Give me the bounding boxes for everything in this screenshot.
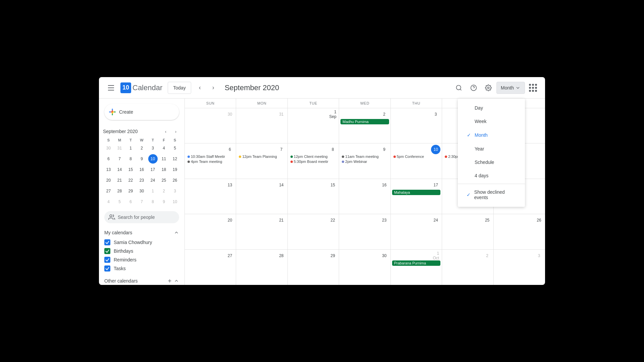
dropdown-item-4-days[interactable]: 4 days (458, 169, 525, 182)
cal-cell-1-4[interactable]: 105pm Conference (391, 143, 442, 178)
cal-cell-3-2[interactable]: 22 (288, 214, 339, 249)
mini-day-3[interactable]: 3 (170, 186, 180, 196)
cal-checkbox[interactable] (104, 257, 110, 263)
calendar-event[interactable]: Prabarana Purnima (392, 260, 440, 266)
cal-cell-2-4[interactable]: 17Mahalaya (391, 179, 442, 214)
cal-cell-1-2[interactable]: 812pm Client meeting5:30pm Board meetir (288, 143, 339, 178)
cal-date-number[interactable]: 21 (277, 216, 286, 225)
my-calendars-header[interactable]: My calendars (103, 227, 180, 238)
mini-day-11[interactable]: 11 (159, 154, 169, 164)
cal-cell-2-3[interactable]: 16 (339, 179, 390, 214)
mini-day-13[interactable]: 13 (104, 165, 113, 174)
cal-date-number[interactable]: 29 (328, 251, 337, 260)
mini-day-25[interactable]: 25 (159, 176, 169, 185)
cal-item-birthdays[interactable]: Birthdays (103, 247, 180, 255)
mini-day-9[interactable]: 9 (159, 197, 169, 206)
cal-cell-4-5[interactable]: 2 (442, 250, 493, 285)
cal-cell-3-0[interactable]: 20 (185, 214, 236, 249)
view-selector-button[interactable]: Month (496, 82, 525, 94)
mini-day-4[interactable]: 4 (159, 143, 169, 153)
mini-day-7[interactable]: 7 (115, 154, 124, 164)
today-button[interactable]: Today (168, 82, 191, 94)
mini-day-22[interactable]: 22 (126, 176, 136, 185)
calendar-event[interactable]: 11am Team meeting (340, 154, 389, 159)
cal-cell-0-1[interactable]: 31 (236, 108, 287, 143)
cal-cell-4-3[interactable]: 30 (339, 250, 390, 285)
search-button[interactable] (452, 81, 466, 95)
mini-day-15[interactable]: 15 (126, 165, 136, 174)
cal-date-number[interactable]: 28 (277, 251, 286, 260)
cal-date-number[interactable]: 14 (277, 180, 286, 190)
add-calendar-icon[interactable] (167, 278, 172, 284)
cal-cell-0-0[interactable]: 30 (185, 108, 236, 143)
mini-day-1[interactable]: 1 (148, 186, 158, 196)
search-people[interactable]: Search for people (104, 211, 179, 223)
mini-day-8[interactable]: 8 (148, 197, 158, 206)
mini-day-28[interactable]: 28 (115, 186, 124, 196)
mini-next-button[interactable]: › (171, 127, 180, 136)
mini-day-1[interactable]: 1 (126, 143, 136, 153)
mini-day-29[interactable]: 29 (126, 186, 136, 196)
calendar-event[interactable]: Mahalaya (392, 190, 440, 195)
help-button[interactable] (467, 81, 480, 95)
next-button[interactable]: › (207, 82, 219, 94)
menu-button[interactable] (104, 81, 118, 95)
cal-date-number[interactable]: 1 Sep (328, 110, 337, 119)
calendar-event[interactable]: 5pm Conference (392, 154, 440, 159)
apps-button[interactable] (526, 81, 540, 95)
dropdown-item-day[interactable]: Day (458, 101, 525, 115)
cal-date-number[interactable]: 7 (277, 145, 286, 154)
calendar-event[interactable]: Madhu Purnima (340, 119, 389, 124)
mini-day-24[interactable]: 24 (148, 176, 158, 185)
calendar-event[interactable]: 12pm Client meeting (289, 154, 337, 159)
cal-cell-1-3[interactable]: 911am Team meeting2pm Webinar (339, 143, 390, 178)
mini-day-10[interactable]: 10 (170, 197, 180, 206)
cal-cell-2-2[interactable]: 15 (288, 179, 339, 214)
mini-day-14[interactable]: 14 (115, 165, 124, 174)
mini-day-30[interactable]: 30 (104, 143, 113, 153)
show-declined-item[interactable]: ✓ Show declined events (458, 185, 525, 204)
dropdown-item-schedule[interactable]: Schedule (458, 156, 525, 169)
mini-day-27[interactable]: 27 (104, 186, 113, 196)
cal-date-number[interactable] (534, 145, 544, 154)
mini-day-5[interactable]: 5 (170, 143, 180, 153)
cal-date-number[interactable]: 2 (380, 110, 389, 119)
cal-date-number[interactable]: 16 (380, 180, 389, 190)
cal-date-number[interactable]: 10 (431, 145, 440, 154)
cal-item-tasks[interactable]: Tasks (103, 264, 180, 273)
cal-date-number[interactable]: 6 (225, 145, 234, 154)
cal-date-number[interactable]: 8 (328, 145, 337, 154)
mini-day-4[interactable]: 4 (104, 197, 113, 206)
calendar-event[interactable]: 12pm Team Planning (237, 154, 286, 159)
cal-date-number[interactable]: 3 (431, 110, 440, 119)
cal-cell-4-0[interactable]: 27 (185, 250, 236, 285)
cal-item-samia-chowdhury[interactable]: Samia Chowdhury (103, 238, 180, 247)
mini-day-2[interactable]: 2 (137, 143, 147, 153)
cal-date-number[interactable]: 23 (380, 216, 389, 225)
mini-day-7[interactable]: 7 (137, 197, 147, 206)
cal-date-number[interactable]: 17 (431, 180, 440, 190)
cal-date-number[interactable]: 24 (431, 216, 440, 225)
mini-day-16[interactable]: 16 (137, 165, 147, 174)
cal-date-number[interactable]: 20 (225, 216, 234, 225)
calendar-event[interactable]: 5:30pm Board meetir (289, 159, 337, 164)
cal-date-number[interactable]: 22 (328, 216, 337, 225)
mini-day-5[interactable]: 5 (115, 197, 124, 206)
mini-day-8[interactable]: 8 (126, 154, 136, 164)
mini-day-12[interactable]: 12 (170, 154, 180, 164)
dropdown-item-year[interactable]: Year (458, 142, 525, 156)
cal-cell-2-0[interactable]: 13 (185, 179, 236, 214)
cal-cell-3-6[interactable]: 26 (494, 214, 545, 249)
cal-cell-3-3[interactable]: 23 (339, 214, 390, 249)
calendar-event[interactable]: 2pm Webinar (340, 159, 389, 164)
cal-date-number[interactable]: 25 (483, 216, 492, 225)
cal-date-number[interactable] (534, 180, 544, 190)
cal-cell-4-1[interactable]: 28 (236, 250, 287, 285)
mini-day-3[interactable]: 3 (148, 143, 158, 153)
mini-prev-button[interactable]: ‹ (161, 127, 170, 136)
cal-checkbox[interactable] (104, 248, 110, 254)
calendar-event[interactable]: 4pm Team meeting (186, 159, 234, 164)
mini-day-6[interactable]: 6 (104, 154, 113, 164)
cal-cell-2-1[interactable]: 14 (236, 179, 287, 214)
create-button[interactable]: Create (104, 104, 179, 120)
